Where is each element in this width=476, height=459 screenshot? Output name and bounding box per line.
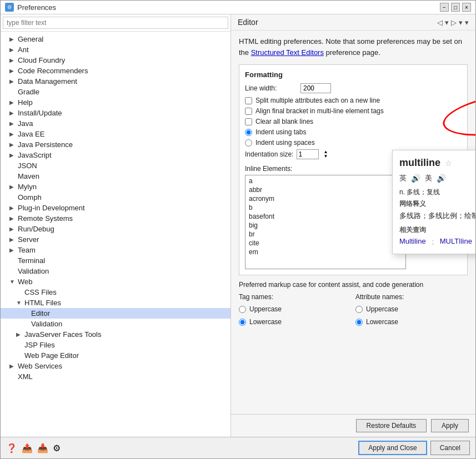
apply-and-close-button[interactable]: Apply and Close: [358, 441, 427, 455]
tree-item-web-services[interactable]: ▶Web Services: [1, 361, 231, 371]
tag-lowercase-row: Lowercase: [239, 318, 351, 326]
tree-item-java[interactable]: ▶Java: [1, 118, 231, 129]
tree-item-team[interactable]: ▶Team: [1, 245, 231, 255]
inline-item-a[interactable]: a: [247, 176, 404, 185]
tree-item-remote-systems[interactable]: ▶Remote Systems: [1, 213, 231, 224]
tree-item-css-files[interactable]: CSS Files: [1, 287, 231, 297]
minimize-button[interactable]: −: [440, 3, 449, 12]
tree-item-html-files[interactable]: ▼HTML Files: [1, 297, 231, 308]
tree-item-javascript[interactable]: ▶JavaScript: [1, 150, 231, 160]
tree-arrow-install-update: ▶: [9, 110, 15, 116]
filter-input[interactable]: [3, 17, 228, 29]
help-icon[interactable]: ❓: [6, 443, 17, 453]
tag-uppercase-radio[interactable]: [239, 306, 246, 313]
tree-item-oomph[interactable]: Oomph: [1, 192, 231, 203]
popup-related-link-2[interactable]: MULTIline: [440, 237, 472, 247]
tree-item-code-recommenders[interactable]: ▶Code Recommenders: [1, 65, 231, 76]
tree-label-web-services: Web Services: [18, 362, 62, 370]
tree-item-validation[interactable]: Validation: [1, 266, 231, 276]
structured-text-link[interactable]: Structured Text Editors: [251, 48, 324, 57]
forward-icon[interactable]: ▷: [451, 18, 457, 27]
tree-label-remote-systems: Remote Systems: [18, 214, 73, 223]
inline-item-br[interactable]: br: [247, 230, 404, 239]
menu-icon[interactable]: ▾: [465, 18, 469, 27]
tree-item-jsp-files[interactable]: JSP Files: [1, 340, 231, 350]
tree-item-gradle[interactable]: Gradle: [1, 87, 231, 97]
align-bracket-checkbox[interactable]: [245, 108, 252, 115]
inline-elements-list[interactable]: aabbracronymbbasefontbigbrciteem: [245, 175, 406, 269]
tree-item-maven[interactable]: Maven: [1, 171, 231, 181]
maximize-button[interactable]: □: [451, 3, 460, 12]
tree-arrow-web: ▼: [9, 279, 15, 285]
tree-label-data-management: Data Management: [18, 77, 77, 85]
title-bar-left: ⚙ Preferences: [5, 3, 56, 12]
dictionary-popup: multiline ☆ 更多释义» 英 🔊 美 🔊 n. 多线；复线 网络释义 …: [392, 150, 475, 254]
popup-speaker-en-icon[interactable]: 🔊: [411, 174, 420, 183]
tree-item-data-management[interactable]: ▶Data Management: [1, 76, 231, 87]
export-icon[interactable]: 📤: [22, 443, 33, 453]
filter-bar: [1, 14, 231, 32]
tree-item-plugin-development[interactable]: ▶Plug-in Development: [1, 203, 231, 213]
inline-item-acronym[interactable]: acronym: [247, 194, 404, 203]
attr-uppercase-radio[interactable]: [355, 306, 363, 313]
split-attrs-checkbox[interactable]: [245, 97, 252, 104]
settings-icon[interactable]: ⚙: [53, 443, 61, 453]
close-button[interactable]: ×: [462, 3, 471, 12]
tree-item-mylyn[interactable]: ▶Mylyn: [1, 181, 231, 192]
inline-item-abbr[interactable]: abbr: [247, 185, 404, 194]
inline-item-big[interactable]: big: [247, 221, 404, 230]
inline-item-em[interactable]: em: [247, 248, 404, 256]
tree-item-general[interactable]: ▶General: [1, 34, 231, 44]
spinner-down-icon[interactable]: ▼: [323, 154, 328, 159]
title-bar: ⚙ Preferences − □ ×: [1, 1, 475, 14]
tree-label-javaserver-faces: JavaServer Faces Tools: [24, 330, 102, 339]
line-width-input[interactable]: [300, 83, 331, 93]
clear-blank-row: Clear all blank lines: [245, 118, 462, 125]
tree-item-web[interactable]: ▼Web: [1, 276, 231, 287]
tree-arrow-help: ▶: [9, 99, 15, 105]
popup-lang-zh: 美: [425, 173, 432, 183]
tag-lowercase-radio[interactable]: [239, 319, 246, 326]
popup-star-icon[interactable]: ☆: [445, 159, 452, 168]
tree-item-run-debug[interactable]: ▶Run/Debug: [1, 224, 231, 234]
indent-tabs-radio[interactable]: [245, 129, 252, 136]
tree-item-cloud-foundry[interactable]: ▶Cloud Foundry: [1, 55, 231, 65]
tree-item-ant[interactable]: ▶Ant: [1, 44, 231, 55]
attr-lowercase-radio[interactable]: [355, 319, 363, 326]
inline-item-cite[interactable]: cite: [247, 239, 404, 248]
cancel-button[interactable]: Cancel: [430, 441, 470, 455]
tree-item-javaserver-faces[interactable]: ▶JavaServer Faces Tools: [1, 329, 231, 340]
tag-uppercase-row: Uppercase: [239, 305, 351, 313]
tree-item-server[interactable]: ▶Server: [1, 234, 231, 245]
tree-arrow-java-persistence: ▶: [9, 142, 15, 148]
tree-item-java-persistence[interactable]: ▶Java Persistence: [1, 139, 231, 150]
restore-defaults-button[interactable]: Restore Defaults: [356, 419, 427, 432]
tree-item-editor[interactable]: Editor: [1, 308, 231, 319]
tree-item-terminal[interactable]: Terminal: [1, 255, 231, 266]
bottom-bar: Restore Defaults Apply: [231, 414, 475, 437]
clear-blank-checkbox[interactable]: [245, 118, 252, 125]
tree-item-help[interactable]: ▶Help: [1, 97, 231, 108]
tree-item-validation-sub[interactable]: Validation: [1, 319, 231, 329]
tree-arrow-java-ee: ▶: [9, 131, 15, 137]
tree-item-java-ee[interactable]: ▶Java EE: [1, 129, 231, 139]
tree-item-json[interactable]: JSON: [1, 160, 231, 171]
tree-item-install-update[interactable]: ▶Install/Update: [1, 108, 231, 118]
tag-names-label: Tag names:: [239, 293, 351, 301]
back-icon[interactable]: ◁: [437, 18, 443, 27]
inline-item-basefont[interactable]: basefont: [247, 212, 404, 221]
indent-spaces-radio[interactable]: [245, 139, 252, 147]
tree-arrow-server: ▶: [9, 236, 15, 243]
attr-lowercase-label: Lowercase: [366, 318, 398, 326]
tree-arrow-mylyn: ▶: [9, 184, 15, 190]
inline-item-b[interactable]: b: [247, 203, 404, 212]
tree-label-json: JSON: [18, 162, 37, 170]
apply-button[interactable]: Apply: [431, 419, 469, 432]
popup-related-label: 相关查询: [399, 225, 475, 235]
popup-speaker-zh-icon[interactable]: 🔊: [437, 174, 446, 183]
tree-item-web-page-editor[interactable]: Web Page Editor: [1, 350, 231, 361]
indentation-size-input[interactable]: [297, 149, 319, 159]
import-icon[interactable]: 📥: [37, 443, 48, 453]
tree-item-xml[interactable]: XML: [1, 371, 231, 382]
popup-related-link-1[interactable]: Multiline: [399, 237, 426, 247]
